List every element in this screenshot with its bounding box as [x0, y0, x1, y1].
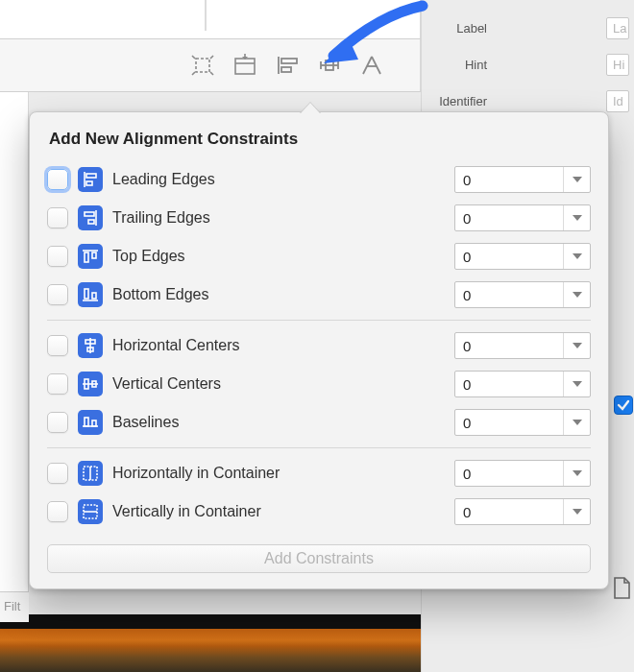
leading-icon	[78, 167, 103, 192]
constraint-label: Baselines	[112, 414, 445, 431]
constraint-value-field[interactable]: 0	[454, 460, 591, 487]
constraint-row: Horizontally in Container0	[47, 454, 591, 492]
constraint-label: Horizontal Centers	[112, 337, 445, 354]
label-field-label: Label	[427, 21, 487, 36]
constraint-value-field[interactable]: 0	[454, 409, 591, 436]
alignment-constraints-popover: Add New Alignment Constraints Leading Ed…	[29, 111, 609, 589]
constraint-checkbox[interactable]	[47, 463, 68, 484]
popover-separator	[47, 447, 591, 448]
constraint-checkbox[interactable]	[47, 246, 68, 267]
constraint-value-field[interactable]: 0	[454, 371, 591, 397]
constraint-label: Vertically in Container	[112, 503, 445, 520]
constraint-value-field[interactable]: 0	[454, 166, 591, 193]
constraint-value-field[interactable]: 0	[454, 281, 591, 308]
top-icon	[78, 244, 103, 269]
add-constraints-button[interactable]: Add Constraints	[47, 544, 591, 573]
checkmark-icon	[617, 398, 630, 412]
vcontainer-icon	[78, 499, 103, 524]
constraint-row: Top Edges0	[47, 237, 591, 276]
constraint-row: Bottom Edges0	[47, 276, 591, 314]
resolve-issues-icon	[359, 54, 384, 77]
constraint-label: Horizontally in Container	[112, 465, 445, 482]
popover-title: Add New Alignment Constraints	[49, 130, 591, 149]
svg-rect-3	[281, 67, 291, 72]
filter-field[interactable]: Filt	[0, 591, 29, 622]
hcontainer-icon	[78, 461, 103, 486]
dropdown-caret-icon[interactable]	[563, 499, 590, 524]
svg-rect-9	[85, 252, 88, 262]
alignment-guide	[205, 0, 207, 31]
constraint-value: 0	[455, 415, 478, 431]
constraint-value: 0	[455, 287, 478, 303]
constraint-checkbox[interactable]	[47, 412, 68, 433]
baseline-icon	[78, 410, 103, 435]
svg-rect-8	[88, 220, 94, 224]
resolve-issues-button[interactable]	[352, 47, 392, 84]
label-field[interactable]: La	[606, 17, 629, 39]
svg-rect-18	[92, 420, 96, 426]
constraint-row: Vertically in Container0	[47, 492, 591, 531]
constraint-checkbox[interactable]	[47, 284, 68, 305]
trailing-icon	[78, 205, 103, 230]
update-frames-button[interactable]	[183, 47, 223, 84]
constraint-checkbox[interactable]	[47, 501, 68, 522]
svg-rect-17	[85, 418, 88, 426]
align-icon	[275, 54, 300, 77]
dropdown-caret-icon[interactable]	[563, 333, 590, 358]
constraint-label: Trailing Edges	[112, 209, 445, 227]
inspector-checkbox-checked[interactable]	[614, 396, 633, 415]
dropdown-caret-icon[interactable]	[563, 410, 590, 435]
dropdown-caret-icon[interactable]	[563, 282, 590, 307]
svg-rect-6	[86, 181, 92, 185]
constraint-checkbox[interactable]	[47, 373, 68, 395]
hint-field[interactable]: Hi	[606, 54, 629, 76]
constraint-checkbox[interactable]	[47, 169, 68, 190]
dropdown-caret-icon[interactable]	[563, 461, 590, 486]
update-frames-icon	[190, 54, 215, 77]
dropdown-caret-icon[interactable]	[563, 205, 590, 230]
embed-in-icon	[232, 54, 257, 77]
identifier-field[interactable]: Id	[606, 90, 629, 112]
svg-rect-11	[85, 289, 88, 299]
constraint-label: Top Edges	[112, 248, 445, 265]
svg-rect-2	[281, 59, 297, 63]
constraint-value: 0	[455, 504, 478, 520]
vcenter-icon	[78, 372, 103, 396]
hint-field-label: Hint	[427, 58, 487, 72]
svg-rect-10	[92, 252, 96, 258]
align-button[interactable]	[267, 47, 307, 84]
document-icon[interactable]	[611, 576, 632, 601]
constraint-row: Horizontal Centers0	[47, 326, 591, 365]
svg-rect-12	[92, 293, 96, 299]
constraint-checkbox[interactable]	[47, 335, 68, 356]
hcenter-icon	[78, 333, 103, 358]
constraint-label: Bottom Edges	[112, 286, 445, 303]
constraint-value: 0	[455, 338, 478, 354]
identifier-field-label: Identifier	[427, 94, 487, 108]
constraint-row: Baselines0	[47, 403, 591, 442]
svg-rect-0	[196, 59, 209, 72]
popover-separator	[47, 320, 591, 321]
editor-left-strip	[0, 92, 29, 591]
constraint-row: Leading Edges0	[47, 160, 591, 199]
constraint-value-field[interactable]: 0	[454, 204, 591, 231]
constraint-value-field[interactable]: 0	[454, 243, 591, 270]
constraint-label: Vertical Centers	[112, 375, 445, 393]
constraint-label: Leading Edges	[112, 171, 445, 188]
svg-rect-1	[235, 59, 255, 74]
constraint-value: 0	[455, 210, 478, 227]
constraint-row: Vertical Centers0	[47, 365, 591, 403]
svg-rect-5	[86, 174, 96, 178]
popover-arrow	[300, 102, 321, 113]
constraint-value-field[interactable]: 0	[454, 332, 591, 359]
bottom-icon	[78, 282, 103, 307]
dropdown-caret-icon[interactable]	[563, 244, 590, 269]
canvas-area	[0, 0, 421, 38]
constraint-value-field[interactable]: 0	[454, 498, 591, 525]
pin-button[interactable]	[309, 47, 350, 84]
dropdown-caret-icon[interactable]	[563, 167, 590, 192]
embed-in-button[interactable]	[225, 47, 265, 84]
dropdown-caret-icon[interactable]	[563, 372, 590, 396]
constraint-checkbox[interactable]	[47, 207, 68, 228]
svg-rect-7	[85, 212, 94, 216]
